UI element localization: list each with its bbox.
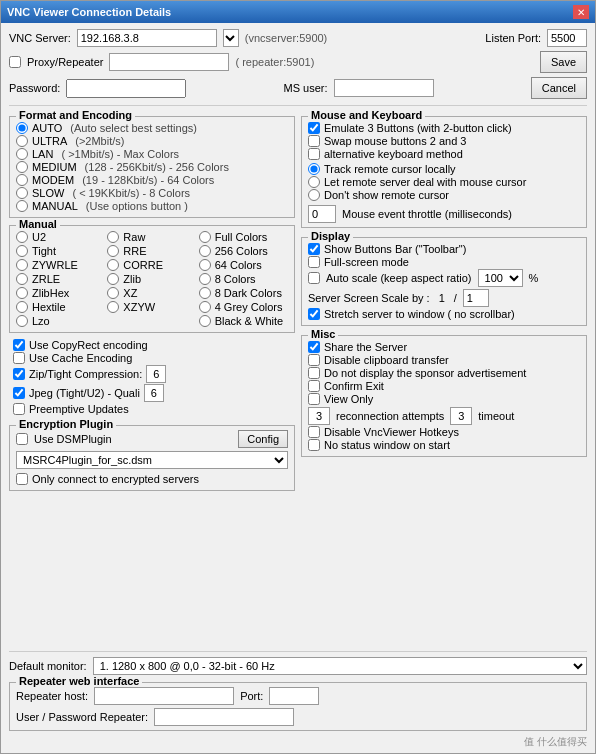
password-input[interactable] — [66, 79, 186, 98]
dont-show-label: Don't show remote cursor — [324, 189, 449, 201]
listen-port-input[interactable] — [547, 29, 587, 47]
radio-medium-input[interactable] — [16, 161, 28, 173]
throttle-input[interactable] — [308, 205, 336, 223]
ms-user-label: MS user: — [284, 82, 328, 94]
disable-hotkeys-checkbox[interactable] — [308, 426, 320, 438]
copyrect-label: Use CopyRect encoding — [29, 339, 148, 351]
let-remote-row: Let remote server deal with mouse cursor — [308, 176, 580, 188]
default-monitor-row: Default monitor: 1. 1280 x 800 @ 0,0 - 3… — [9, 657, 587, 675]
emulate3-row: Emulate 3 Buttons (with 2-button click) — [308, 122, 580, 134]
show-buttons-row: Show Buttons Bar ("Toolbar") — [308, 243, 580, 255]
repeater-group: Repeater web interface Repeater host: Po… — [9, 682, 587, 731]
repeater-host-label: Repeater host: — [16, 690, 88, 702]
only-encrypted-checkbox[interactable] — [16, 473, 28, 485]
radio-raw: Raw — [107, 231, 196, 243]
let-remote-radio[interactable] — [308, 176, 320, 188]
jpeg-label: Jpeg (Tight/U2) - Quali — [29, 387, 140, 399]
dont-show-radio[interactable] — [308, 189, 320, 201]
show-buttons-checkbox[interactable] — [308, 243, 320, 255]
radio-modem-input[interactable] — [16, 174, 28, 186]
dsm-checkbox[interactable] — [16, 433, 28, 445]
share-server-checkbox[interactable] — [308, 341, 320, 353]
vnc-server-input[interactable] — [77, 29, 217, 47]
preemptive-row: Preemptive Updates — [13, 403, 291, 415]
cache-enc-checkbox[interactable] — [13, 352, 25, 364]
view-only-checkbox[interactable] — [308, 393, 320, 405]
server-scale-den-input[interactable] — [463, 289, 489, 307]
auto-scale-checkbox[interactable] — [308, 272, 320, 284]
no-status-row: No status window on start — [308, 439, 580, 451]
user-pass-input[interactable] — [154, 708, 294, 726]
alt-keyboard-row: alternative keyboard method — [308, 148, 580, 160]
preemptive-checkbox[interactable] — [13, 403, 25, 415]
save-button[interactable]: Save — [540, 51, 587, 73]
cache-enc-label: Use Cache Encoding — [29, 352, 132, 364]
disable-clipboard-checkbox[interactable] — [308, 354, 320, 366]
radio-manual-input[interactable] — [16, 200, 28, 212]
config-button[interactable]: Config — [238, 430, 288, 448]
close-button[interactable]: ✕ — [573, 5, 589, 19]
statusbar: 值 什么值得买 — [1, 737, 595, 753]
swap-mouse-label: Swap mouse buttons 2 and 3 — [324, 135, 466, 147]
timeout-label: timeout — [478, 410, 514, 422]
disable-hotkeys-row: Disable VncViewer Hotkeys — [308, 426, 580, 438]
ms-user-input[interactable] — [334, 79, 434, 97]
no-status-checkbox[interactable] — [308, 439, 320, 451]
timeout-input[interactable] — [450, 407, 472, 425]
jpeg-value[interactable] — [144, 384, 164, 402]
repeater-host-input[interactable] — [94, 687, 234, 705]
display-group: Display Show Buttons Bar ("Toolbar") Ful… — [301, 237, 587, 326]
confirm-exit-checkbox[interactable] — [308, 380, 320, 392]
disable-clipboard-row: Disable clipboard transfer — [308, 354, 580, 366]
proxy-label: Proxy/Repeater — [27, 56, 103, 68]
reconnect-label: reconnection attempts — [336, 410, 444, 422]
bottom-section: Default monitor: 1. 1280 x 800 @ 0,0 - 3… — [9, 649, 587, 731]
swap-mouse-row: Swap mouse buttons 2 and 3 — [308, 135, 580, 147]
radio-ultra: ULTRA (>2Mbit/s) — [16, 135, 288, 147]
cancel-button[interactable]: Cancel — [531, 77, 587, 99]
radio-auto: AUTO (Auto select best settings) — [16, 122, 288, 134]
alt-keyboard-checkbox[interactable] — [308, 148, 320, 160]
swap-mouse-checkbox[interactable] — [308, 135, 320, 147]
user-pass-row: User / Password Repeater: — [16, 708, 580, 726]
vnc-server-row: VNC Server: (vncserver:5900) Listen Port… — [9, 29, 587, 47]
auto-scale-row: Auto scale (keep aspect ratio) 100 % — [308, 269, 580, 287]
radio-full-colors: Full Colors — [199, 231, 288, 243]
left-panel: Format and Encoding AUTO (Auto select be… — [9, 112, 295, 643]
misc-group: Misc Share the Server Disable clipboard … — [301, 335, 587, 457]
no-sponsor-label: Do not display the sponsor advertisement — [324, 367, 526, 379]
proxy-input[interactable] — [109, 53, 229, 71]
vnc-server-label: VNC Server: — [9, 32, 71, 44]
track-remote-radio[interactable] — [308, 163, 320, 175]
cache-enc-row: Use Cache Encoding — [13, 352, 291, 364]
repeater-port-input[interactable] — [269, 687, 319, 705]
radio-4-grey-colors: 4 Grey Colors — [199, 301, 288, 313]
radio-slow-input[interactable] — [16, 187, 28, 199]
plugin-select-row: MSRC4Plugin_for_sc.dsm — [16, 451, 288, 469]
emulate3-checkbox[interactable] — [308, 122, 320, 134]
no-sponsor-row: Do not display the sponsor advertisement — [308, 367, 580, 379]
plugin-select[interactable]: MSRC4Plugin_for_sc.dsm — [16, 451, 288, 469]
radio-lan-input[interactable] — [16, 148, 28, 160]
scale-select[interactable]: 100 — [478, 269, 523, 287]
password-row: Password: MS user: Cancel — [9, 77, 587, 99]
zip-tight-checkbox[interactable] — [13, 368, 25, 380]
jpeg-checkbox[interactable] — [13, 387, 25, 399]
no-sponsor-checkbox[interactable] — [308, 367, 320, 379]
full-screen-checkbox[interactable] — [308, 256, 320, 268]
zip-tight-value[interactable] — [146, 365, 166, 383]
radio-ultra-input[interactable] — [16, 135, 28, 147]
copyrect-checkbox[interactable] — [13, 339, 25, 351]
mouse-keyboard-group: Mouse and Keyboard Emulate 3 Buttons (wi… — [301, 116, 587, 228]
encoding-options: Use CopyRect encoding Use Cache Encoding… — [9, 336, 295, 418]
radio-rre: RRE — [107, 245, 196, 257]
vnc-server-dropdown[interactable] — [223, 29, 239, 47]
radio-auto-input[interactable] — [16, 122, 28, 134]
reconnect-input[interactable] — [308, 407, 330, 425]
stretch-checkbox[interactable] — [308, 308, 320, 320]
monitor-select[interactable]: 1. 1280 x 800 @ 0,0 - 32-bit - 60 Hz — [93, 657, 587, 675]
proxy-checkbox[interactable] — [9, 56, 21, 68]
view-only-row: View Only — [308, 393, 580, 405]
radio-8-dark-colors: 8 Dark Colors — [199, 287, 288, 299]
full-screen-label: Full-screen mode — [324, 256, 409, 268]
